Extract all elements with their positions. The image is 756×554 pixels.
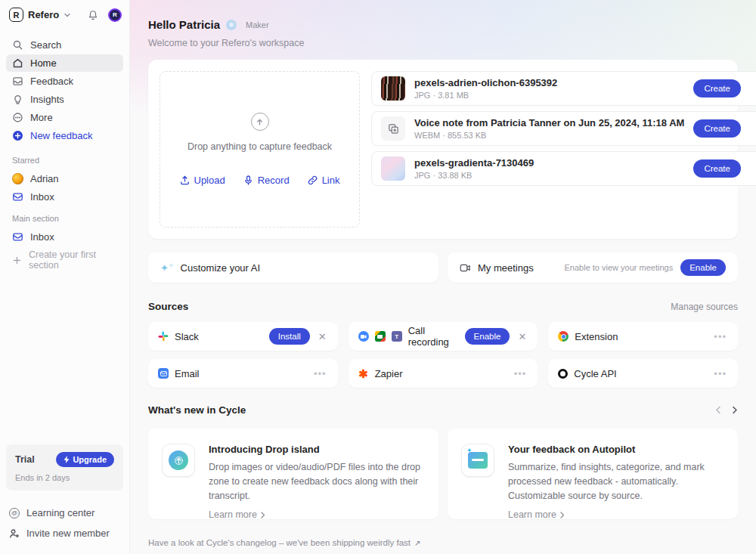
my-meetings-label: My meetings	[478, 262, 534, 274]
sources-title: Sources	[148, 301, 188, 312]
learning-center-link[interactable]: @ Learning center	[0, 503, 129, 523]
sidebar-item-adrian[interactable]: Adrian	[6, 170, 123, 187]
discard-button[interactable]: Discard	[750, 159, 756, 178]
plus-icon	[12, 255, 22, 265]
chrome-icon	[558, 331, 569, 342]
sidebar-item-insights[interactable]: Insights	[6, 91, 123, 108]
source-card-zapier: ✱ Zapier •••	[349, 359, 538, 388]
mail-inbox-icon	[12, 191, 23, 203]
carousel-next-icon[interactable]	[732, 406, 738, 414]
changelog-note[interactable]: Have a look at Cycle's changelog – we've…	[148, 538, 738, 547]
external-link-icon: ↗	[414, 539, 420, 547]
workspace-switcher[interactable]: R Refero R	[0, 0, 129, 29]
news-title: Your feedback on Autopilot	[508, 444, 724, 455]
link-label: Link	[322, 175, 340, 186]
learn-more-link[interactable]: Learn more	[209, 509, 265, 520]
sidebar-item-home[interactable]: Home	[6, 54, 123, 72]
changelog-note-text: Have a look at Cycle's changelog – we've…	[148, 538, 411, 547]
list-item: pexels-adrien-olichon-6395392 JPG · 3.81…	[371, 71, 756, 106]
drop-zone[interactable]: Drop anything to capture feedback Upload…	[160, 71, 360, 227]
new-feedback-label: New feedback	[30, 130, 92, 141]
upload-label: Upload	[194, 175, 225, 186]
list-item: Voice note from Patricia Tanner on Jun 2…	[371, 111, 756, 146]
welcome-subtitle: Welcome to your Refero's workspace	[148, 38, 738, 48]
more-options-icon[interactable]: •••	[312, 367, 328, 380]
sidebar-item-feedback[interactable]: Feedback	[6, 73, 123, 90]
customize-ai-card[interactable]: ✦✧ Customize your AI	[148, 252, 438, 283]
zapier-icon: ✱	[358, 368, 369, 379]
chevron-right-icon	[560, 512, 565, 518]
slack-icon	[158, 331, 169, 342]
news-body-text: Summarize, find insights, categorize, an…	[508, 460, 724, 503]
more-options-icon[interactable]: •••	[513, 367, 528, 380]
more-options-icon[interactable]: •••	[712, 367, 728, 380]
create-button[interactable]: Create	[693, 159, 741, 178]
more-options-icon[interactable]: •••	[712, 330, 728, 343]
create-section-label: Create your first section	[29, 249, 117, 271]
search-icon	[12, 39, 23, 51]
source-name: Cycle API	[574, 368, 616, 379]
sidebar-item-label: Inbox	[30, 191, 54, 203]
learn-more-link[interactable]: Learn more	[508, 509, 565, 520]
learn-more-label: Learn more	[508, 509, 556, 520]
dismiss-icon[interactable]: ✕	[516, 330, 528, 343]
source-card-cycle-api: Cycle API •••	[548, 359, 738, 388]
plus-circle-icon	[12, 130, 23, 141]
source-name: Call recording	[408, 325, 459, 348]
section-label-main: Main section	[0, 206, 129, 227]
trial-ends-text: Ends in 2 days	[15, 473, 114, 482]
sidebar-item-label: Home	[30, 57, 57, 69]
person-plus-icon	[9, 528, 20, 539]
create-button[interactable]: Create	[693, 119, 741, 138]
invite-member-link[interactable]: Invite new member	[0, 523, 129, 543]
customize-ai-label: Customize your AI	[181, 262, 261, 274]
sidebar-item-search[interactable]: Search	[6, 36, 123, 54]
manage-sources-link[interactable]: Manage sources	[671, 302, 738, 312]
microphone-icon	[243, 175, 253, 185]
record-button[interactable]: Record	[243, 175, 290, 186]
image-thumbnail	[381, 76, 405, 101]
sidebar-item-more[interactable]: More	[6, 109, 123, 126]
main-content: Hello Patricia ❄ Maker Welcome to your R…	[130, 0, 756, 554]
workspace-name: Refero	[28, 9, 59, 20]
item-title: pexels-gradienta-7130469	[414, 157, 684, 169]
item-meta: WEBM · 855.53 KB	[414, 131, 684, 140]
source-card-call-recording: T Call recording Enable ✕	[349, 322, 538, 351]
upload-button[interactable]: Upload	[180, 175, 225, 186]
link-button[interactable]: Link	[308, 175, 340, 186]
teams-icon: T	[392, 331, 402, 342]
whats-new-grid: Introducing Drop island Drop images or v…	[148, 429, 738, 519]
enable-call-recording-button[interactable]: Enable	[465, 328, 510, 345]
new-feedback-button[interactable]: New feedback	[6, 127, 123, 144]
notifications-bell-icon[interactable]	[88, 10, 98, 20]
mail-inbox-icon	[12, 231, 23, 243]
google-meet-icon	[375, 331, 386, 342]
my-meetings-card: My meetings Enable to view your meetings…	[448, 252, 738, 283]
source-name: Zapier	[375, 368, 403, 379]
create-button[interactable]: Create	[693, 79, 741, 97]
discard-button[interactable]: Discard	[750, 119, 756, 138]
page-title: Hello Patricia	[148, 18, 220, 31]
create-section-button[interactable]: Create your first section	[6, 246, 123, 274]
pending-feedback-list: pexels-adrien-olichon-6395392 JPG · 3.81…	[371, 71, 756, 227]
carousel-prev-icon[interactable]	[715, 406, 721, 414]
arrow-up-circle-icon	[251, 113, 269, 131]
user-avatar[interactable]: R	[108, 8, 122, 22]
learning-center-label: Learning center	[26, 507, 94, 518]
lightbulb-icon	[12, 94, 23, 105]
sidebar-item-inbox-starred[interactable]: Inbox	[6, 188, 123, 206]
email-icon	[158, 368, 169, 379]
install-slack-button[interactable]: Install	[269, 328, 310, 345]
dismiss-icon[interactable]: ✕	[317, 330, 328, 343]
source-card-extension: Extension •••	[548, 322, 738, 351]
sidebar-item-inbox-main[interactable]: Inbox	[6, 228, 123, 246]
discard-button[interactable]: Discard	[750, 79, 756, 97]
sidebar: R Refero R Search Home Feedback Insights	[0, 0, 130, 554]
enable-meetings-button[interactable]: Enable	[680, 259, 726, 276]
source-card-slack: Slack Install ✕	[148, 322, 338, 351]
home-icon	[12, 57, 23, 69]
upgrade-button[interactable]: Upgrade	[56, 452, 114, 467]
item-title: Voice note from Patricia Tanner on Jun 2…	[414, 117, 684, 128]
cycle-api-icon	[558, 369, 568, 379]
sidebar-item-label: More	[30, 112, 53, 123]
